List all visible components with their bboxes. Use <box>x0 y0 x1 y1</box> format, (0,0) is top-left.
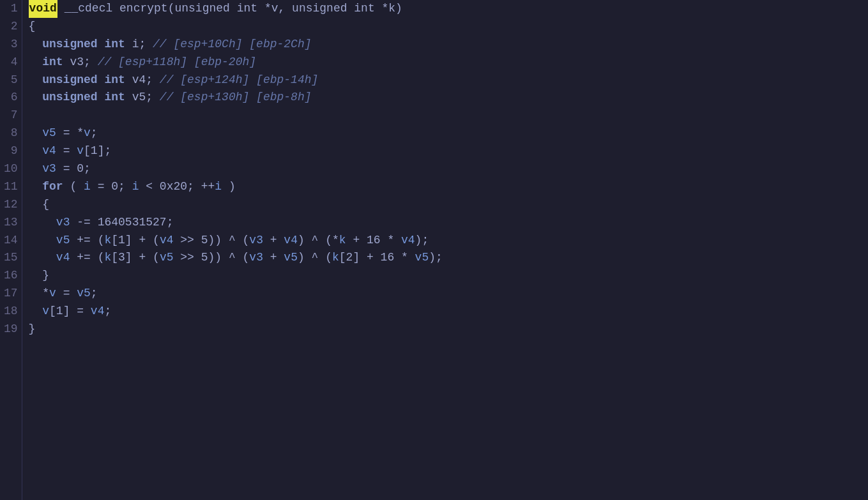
token-plain: [1] + ( <box>111 232 160 250</box>
token-var: k <box>104 249 111 267</box>
token-var: i <box>84 178 91 196</box>
token-plain: [1] = <box>49 303 91 321</box>
line-number: 2 <box>4 18 18 36</box>
code-content[interactable]: void __cdecl encrypt(unsigned int *v, un… <box>22 0 868 500</box>
code-line: v3 -= 1640531527; <box>29 214 862 232</box>
token-plain: } <box>29 321 36 338</box>
token-plain: < 0x20; ++ <box>139 178 215 196</box>
code-line: *v = v5; <box>29 285 862 303</box>
line-number: 1 <box>4 0 18 18</box>
token-var: v <box>49 285 56 303</box>
token-plain: * <box>29 285 49 303</box>
token-var: k <box>104 232 111 250</box>
code-line: unsigned int v5; // [esp+130h] [ebp-8h] <box>29 89 862 107</box>
token-var: v5 <box>415 249 429 267</box>
line-number: 8 <box>4 125 18 142</box>
code-line: v4 += (k[3] + (v5 >> 5)) ^ (v3 + v5) ^ (… <box>29 249 862 267</box>
token-plain: ; <box>104 303 111 321</box>
line-number: 3 <box>4 36 18 54</box>
code-line: v[1] = v4; <box>29 303 862 321</box>
token-comment: // [esp+10Ch] [ebp-2Ch] <box>153 36 311 54</box>
code-line: } <box>29 321 862 338</box>
token-var: k <box>332 249 339 267</box>
token-plain: [3] + ( <box>111 249 160 267</box>
code-line: } <box>29 267 862 285</box>
token-var: v5 <box>160 249 174 267</box>
code-line: { <box>29 18 862 36</box>
token-plain <box>29 214 56 232</box>
token-plain <box>29 54 43 72</box>
line-numbers: 12345678910111213141516171819 <box>0 0 22 500</box>
token-plain: ); <box>429 249 443 267</box>
token-var: v4 <box>401 232 415 250</box>
token-plain: ; <box>91 125 98 142</box>
line-number: 17 <box>4 285 18 303</box>
token-plain: += ( <box>70 232 104 250</box>
token-plain: = <box>56 285 77 303</box>
line-number: 12 <box>4 196 18 214</box>
line-number: 19 <box>4 321 18 338</box>
code-container: 12345678910111213141516171819 void __cde… <box>0 0 868 500</box>
token-kw: unsigned int <box>42 36 125 54</box>
code-line: void __cdecl encrypt(unsigned int *v, un… <box>29 0 862 18</box>
token-var: v5 <box>284 249 298 267</box>
token-plain <box>29 160 43 178</box>
token-plain <box>29 232 56 250</box>
token-var: v5 <box>42 125 56 142</box>
code-line: v4 = v[1]; <box>29 142 862 160</box>
token-plain: + <box>263 249 284 267</box>
line-number: 9 <box>4 142 18 160</box>
token-plain: = * <box>56 125 84 142</box>
token-var: k <box>339 232 346 250</box>
token-plain: [2] + 16 * <box>339 249 415 267</box>
token-plain: -= 1640531527; <box>70 214 173 232</box>
code-line: for ( i = 0; i < 0x20; ++i ) <box>29 178 862 196</box>
line-number: 6 <box>4 89 18 107</box>
token-plain <box>29 125 43 142</box>
token-kw-void: void <box>29 0 57 18</box>
token-plain: { <box>29 196 49 214</box>
token-plain: + 16 * <box>346 232 401 250</box>
token-var: v4 <box>91 303 105 321</box>
token-plain: ( <box>63 178 84 196</box>
token-plain: ; <box>91 285 98 303</box>
token-plain: >> 5)) ^ ( <box>174 249 250 267</box>
token-kw: for <box>42 178 63 196</box>
token-plain: + <box>263 232 284 250</box>
token-var: v5 <box>77 285 91 303</box>
token-plain: >> 5)) ^ ( <box>174 232 250 250</box>
code-line: v5 = *v; <box>29 125 862 142</box>
token-var: v3 <box>42 160 56 178</box>
token-plain <box>29 142 43 160</box>
line-number: 11 <box>4 178 18 196</box>
token-var: i <box>215 178 222 196</box>
token-plain: v5; <box>125 89 160 107</box>
token-plain <box>29 36 43 54</box>
token-plain: = <box>56 142 77 160</box>
code-line: int v3; // [esp+118h] [ebp-20h] <box>29 54 862 72</box>
token-kw: unsigned int <box>42 72 125 89</box>
token-plain: v4; <box>125 72 160 89</box>
line-number: 4 <box>4 54 18 72</box>
token-kw: int <box>42 54 63 72</box>
token-plain <box>29 249 56 267</box>
token-plain: ) ^ (* <box>298 232 339 250</box>
token-var: v3 <box>249 249 263 267</box>
code-line: v3 = 0; <box>29 160 862 178</box>
token-plain <box>29 178 43 196</box>
token-var: v3 <box>249 232 263 250</box>
code-line <box>29 107 862 125</box>
token-var: i <box>132 178 139 196</box>
token-var: v4 <box>160 232 174 250</box>
token-var: v4 <box>56 249 70 267</box>
token-plain: [1]; <box>84 142 111 160</box>
code-line: unsigned int v4; // [esp+124h] [ebp-14h] <box>29 72 862 89</box>
line-number: 13 <box>4 214 18 232</box>
line-number: 15 <box>4 249 18 267</box>
token-plain: v3; <box>63 54 98 72</box>
token-var: v <box>84 125 91 142</box>
token-plain <box>29 72 43 89</box>
line-number: 7 <box>4 107 18 125</box>
token-plain: ); <box>415 232 429 250</box>
line-number: 14 <box>4 232 18 250</box>
